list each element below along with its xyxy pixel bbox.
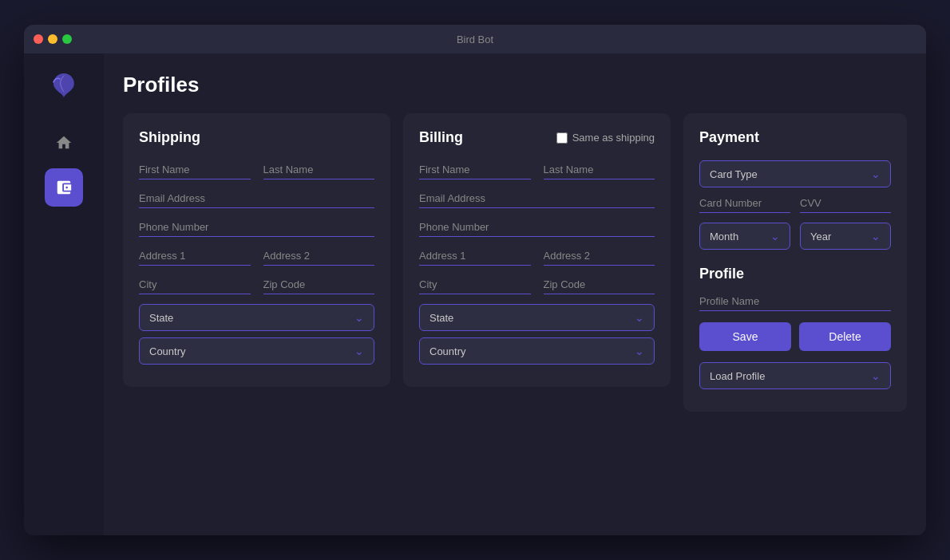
billing-phone-field (419, 218, 655, 237)
chevron-down-icon: ⌄ (770, 230, 780, 243)
app-window: Bird Bot (24, 25, 926, 535)
sidebar-item-home[interactable] (45, 124, 83, 162)
card-type-button[interactable]: Card Type ⌄ (699, 160, 891, 187)
billing-city-input[interactable] (419, 275, 531, 294)
same-as-shipping-label: Same as shipping (572, 132, 655, 144)
shipping-phone-field (139, 218, 374, 237)
billing-first-name-input[interactable] (419, 160, 531, 179)
billing-state-button[interactable]: State ⌄ (419, 304, 655, 331)
billing-phone-row (419, 218, 655, 237)
billing-last-name-input[interactable] (544, 160, 655, 179)
billing-address2-field (544, 246, 655, 266)
billing-first-name-field (419, 160, 531, 179)
billing-city-field (419, 275, 531, 294)
shipping-address1-field (139, 246, 251, 266)
profile-section-title: Profile (699, 266, 891, 282)
card-number-field (699, 194, 790, 213)
billing-state-row: State ⌄ (419, 304, 655, 331)
shipping-zip-input[interactable] (263, 275, 375, 294)
billing-city-row (419, 275, 655, 294)
shipping-phone-input[interactable] (139, 218, 374, 237)
shipping-state-dropdown: State ⌄ (139, 304, 374, 331)
page-title: Profiles (123, 73, 907, 97)
chevron-down-icon: ⌄ (871, 369, 881, 382)
shipping-address1-input[interactable] (139, 246, 251, 266)
payment-panel: Payment Card Type ⌄ (683, 113, 907, 412)
billing-email-input[interactable] (419, 189, 655, 208)
payment-title: Payment (699, 129, 759, 146)
card-type-dropdown: Card Type ⌄ (699, 160, 891, 187)
shipping-phone-row (139, 218, 374, 237)
month-button[interactable]: Month ⌄ (699, 223, 790, 250)
profile-name-input[interactable] (699, 292, 891, 311)
year-label: Year (810, 231, 831, 243)
billing-zip-input[interactable] (544, 275, 655, 294)
load-profile-label: Load Profile (710, 370, 765, 382)
wallet-icon (55, 179, 73, 196)
maximize-button[interactable] (62, 34, 72, 44)
billing-country-row: Country ⌄ (419, 337, 655, 365)
billing-country-label: Country (429, 345, 466, 357)
load-profile-button[interactable]: Load Profile ⌄ (699, 362, 891, 389)
billing-header: Billing Same as shipping (419, 129, 655, 146)
load-profile-dropdown: Load Profile ⌄ (699, 362, 891, 389)
billing-panel: Billing Same as shipping (403, 113, 671, 387)
shipping-first-name-field (139, 160, 251, 179)
titlebar: Bird Bot (24, 25, 926, 53)
app-body: Profiles Shipping (24, 53, 926, 535)
shipping-state-row: State ⌄ (139, 304, 374, 331)
shipping-country-button[interactable]: Country ⌄ (139, 337, 374, 365)
shipping-email-input[interactable] (139, 189, 374, 208)
billing-email-row (419, 189, 655, 208)
load-profile-row: Load Profile ⌄ (699, 362, 891, 389)
shipping-address2-field (263, 246, 375, 266)
billing-title: Billing (419, 129, 463, 146)
cvv-input[interactable] (800, 194, 891, 213)
card-number-row (699, 194, 891, 213)
close-button[interactable] (34, 34, 43, 44)
shipping-zip-field (263, 275, 375, 294)
shipping-first-name-input[interactable] (139, 160, 251, 179)
logo (45, 66, 83, 105)
billing-zip-field (544, 275, 655, 294)
shipping-email-row (139, 189, 374, 208)
billing-address2-input[interactable] (544, 246, 655, 266)
year-button[interactable]: Year ⌄ (800, 223, 891, 250)
window-title: Bird Bot (457, 34, 493, 45)
shipping-state-label: State (149, 312, 173, 324)
chevron-down-icon: ⌄ (635, 345, 644, 357)
shipping-address-row (139, 246, 374, 266)
card-type-row: Card Type ⌄ (699, 160, 891, 187)
shipping-city-field (139, 275, 251, 294)
save-button[interactable]: Save (699, 322, 791, 351)
shipping-city-input[interactable] (139, 275, 251, 294)
billing-email-field (419, 189, 655, 208)
shipping-state-button[interactable]: State ⌄ (139, 304, 374, 331)
expiry-row: Month ⌄ Year ⌄ (699, 223, 891, 250)
card-number-input[interactable] (699, 194, 790, 213)
shipping-name-row (139, 160, 374, 179)
panels-row: Shipping (123, 113, 907, 412)
sidebar-item-profiles[interactable] (45, 168, 83, 207)
shipping-country-label: Country (149, 345, 186, 357)
shipping-country-row: Country ⌄ (139, 337, 374, 365)
shipping-address2-input[interactable] (263, 246, 375, 266)
sidebar (24, 53, 104, 535)
billing-phone-input[interactable] (419, 218, 655, 237)
shipping-country-dropdown: Country ⌄ (139, 337, 374, 365)
same-as-shipping-checkbox[interactable] (556, 132, 568, 144)
profile-buttons: Save Delete (699, 322, 891, 351)
chevron-down-icon: ⌄ (354, 311, 364, 324)
billing-address-row (419, 246, 655, 266)
shipping-last-name-input[interactable] (263, 160, 375, 179)
shipping-panel: Shipping (123, 113, 390, 387)
delete-button[interactable]: Delete (799, 322, 891, 351)
shipping-last-name-field (263, 160, 375, 179)
chevron-down-icon: ⌄ (354, 345, 364, 357)
billing-country-button[interactable]: Country ⌄ (419, 337, 655, 365)
shipping-email-field (139, 189, 374, 208)
shipping-city-row (139, 275, 374, 294)
billing-address1-field (419, 246, 531, 266)
billing-address1-input[interactable] (419, 246, 531, 266)
minimize-button[interactable] (48, 34, 57, 44)
